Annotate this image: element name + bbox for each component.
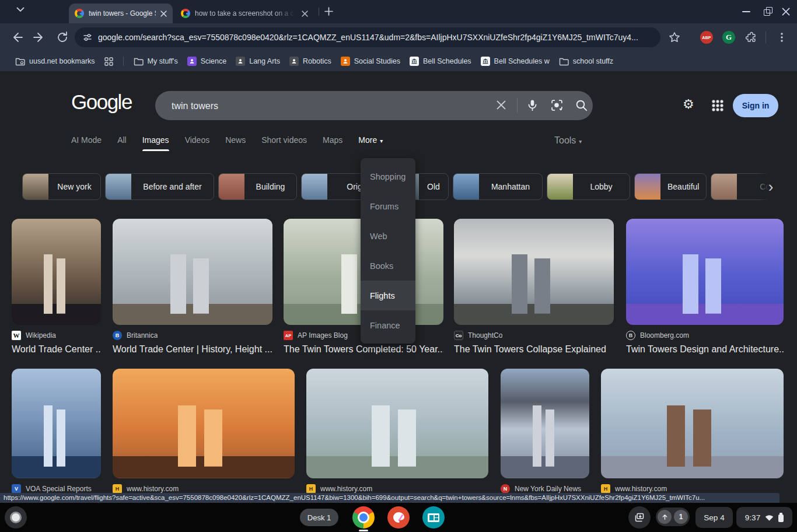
result-title[interactable]: World Trade Center ... <box>12 344 101 355</box>
extensions-puzzle-icon[interactable] <box>746 32 757 43</box>
search-icon[interactable] <box>575 99 588 111</box>
chip-before-and-after[interactable]: Before and after <box>105 173 214 200</box>
adblock-plus-extension-icon[interactable]: ABP <box>700 31 713 44</box>
clear-search-icon[interactable] <box>496 100 506 110</box>
result-thumbnail[interactable] <box>601 369 784 478</box>
back-icon[interactable] <box>11 31 23 44</box>
tab-news[interactable]: News <box>225 135 246 151</box>
date-button[interactable]: Sep 4 <box>695 507 733 528</box>
reload-icon[interactable] <box>56 31 69 44</box>
bookmark-managed-folder[interactable]: uusd.net bookmarks <box>11 55 100 68</box>
tab-search-chevron-icon[interactable] <box>16 7 25 12</box>
result-thumbnail[interactable] <box>113 219 272 325</box>
notification-tray[interactable]: 1 <box>656 508 690 526</box>
chrome-app-icon[interactable] <box>352 506 375 528</box>
chip-beautiful[interactable]: Beautiful <box>634 173 707 200</box>
tab-short-videos[interactable]: Short videos <box>261 135 307 151</box>
launcher-button[interactable] <box>5 506 27 528</box>
bookmark-item[interactable]: Lang Arts <box>231 55 285 68</box>
chip-manhattan[interactable]: Manhattan <box>453 173 543 200</box>
bookmark-star-icon[interactable] <box>669 32 680 43</box>
result-thumbnail[interactable] <box>12 369 101 478</box>
image-result: Hwww.history.com <box>113 369 295 494</box>
result-source[interactable]: www.history.com <box>320 485 372 493</box>
result-thumbnail[interactable] <box>626 219 784 325</box>
menu-item-forums[interactable]: Forums <box>361 191 415 221</box>
menu-item-finance[interactable]: Finance <box>361 310 415 340</box>
search-input[interactable] <box>170 91 488 121</box>
quick-settings-gear-icon[interactable]: ⚙ <box>683 98 694 111</box>
window-minimize-icon[interactable] <box>742 11 750 12</box>
result-thumbnail[interactable] <box>306 369 488 478</box>
tab-ai-mode[interactable]: AI Mode <box>71 135 102 151</box>
omnibox[interactable]: google.com/search?sca_esv=7550878c098e04… <box>75 27 660 47</box>
bookmark-item[interactable]: Bell Schedules <box>405 55 476 68</box>
tab-close-icon[interactable] <box>160 10 167 17</box>
result-source[interactable]: VOA Special Reports <box>26 485 92 493</box>
new-tab-button[interactable] <box>324 7 333 16</box>
tab-images[interactable]: Images <box>142 135 169 151</box>
bookmark-label: My stuff's <box>148 57 178 65</box>
bookmark-item[interactable]: Social Studies <box>336 55 405 68</box>
bookmark-folder[interactable]: My stuff's <box>129 55 183 68</box>
bookmark-apps-grid[interactable] <box>100 55 118 68</box>
screen-capture-tray-icon[interactable] <box>628 506 651 528</box>
bookmark-item[interactable]: Robotics <box>285 55 336 68</box>
result-source[interactable]: Wikipedia <box>26 331 56 340</box>
tab-active[interactable]: twin towers - Google Search <box>69 4 173 23</box>
result-source[interactable]: ThoughtCo <box>468 331 502 340</box>
menu-item-web[interactable]: Web <box>361 221 415 251</box>
status-tray[interactable]: 9:37 <box>736 507 792 528</box>
result-source[interactable]: Britannica <box>127 331 158 340</box>
screen: twin towers - Google Search how to take … <box>0 0 797 532</box>
chip-new-york[interactable]: New york <box>22 173 101 200</box>
canvas-app-icon[interactable] <box>387 506 410 528</box>
result-source[interactable]: www.history.com <box>127 485 179 493</box>
tab-maps[interactable]: Maps <box>323 135 342 151</box>
screencast-app-icon[interactable] <box>422 506 445 528</box>
chips-scroll-right-chevron-icon[interactable]: › <box>756 173 785 200</box>
google-logo[interactable]: Google <box>71 90 132 114</box>
result-thumbnail[interactable] <box>454 219 614 325</box>
tab-close-icon[interactable] <box>302 10 308 17</box>
google-apps-grid-icon[interactable] <box>712 100 723 111</box>
result-title[interactable]: The Twin Towers Collapse Explained <box>454 344 614 355</box>
result-source[interactable]: Bloomberg.com <box>640 331 689 340</box>
site-settings-tune-icon[interactable] <box>83 33 92 42</box>
forward-icon[interactable] <box>33 31 46 44</box>
google-lens-icon[interactable] <box>551 99 563 111</box>
url-text[interactable]: google.com/search?sca_esv=7550878c098e04… <box>98 33 638 42</box>
menu-item-books[interactable]: Books <box>361 251 415 281</box>
bookmark-item[interactable]: Science <box>183 55 231 68</box>
bookmark-item[interactable]: Bell Schedules w <box>476 55 554 68</box>
tools-button[interactable]: Tools▾ <box>554 135 582 152</box>
menu-item-shopping[interactable]: Shopping <box>361 162 415 191</box>
chip-building[interactable]: Building <box>218 173 297 200</box>
image-result: BBritannica World Trade Center | History… <box>113 219 272 355</box>
tab-more[interactable]: More▾ <box>358 135 383 151</box>
search-box[interactable] <box>155 91 593 120</box>
chip-lobby[interactable]: Lobby <box>547 173 630 200</box>
window-restore-icon[interactable] <box>764 9 770 16</box>
result-source[interactable]: AP Images Blog <box>298 331 348 340</box>
browser-menu-kebab-icon[interactable] <box>776 32 788 43</box>
bookmark-folder[interactable]: school stuffz <box>554 55 618 68</box>
chevron-down-icon: ▾ <box>380 138 383 144</box>
result-thumbnail[interactable] <box>12 219 101 325</box>
tab-videos[interactable]: Videos <box>185 135 210 151</box>
result-thumbnail[interactable] <box>501 369 589 478</box>
result-source[interactable]: New York Daily News <box>515 485 581 493</box>
tab-inactive[interactable]: how to take a screenshot on a c <box>175 4 314 23</box>
result-title[interactable]: Twin Towers Design and Architecture... <box>626 344 784 355</box>
result-thumbnail[interactable] <box>113 369 295 478</box>
result-source[interactable]: www.history.com <box>615 485 667 493</box>
window-close-icon[interactable] <box>782 8 790 16</box>
voice-search-mic-icon[interactable] <box>526 99 539 111</box>
desk-button[interactable]: Desk 1 <box>300 509 338 526</box>
grammarly-extension-icon[interactable]: G <box>722 31 735 44</box>
tab-all[interactable]: All <box>117 135 127 151</box>
menu-item-flights[interactable]: Flights <box>361 281 415 310</box>
result-title[interactable]: World Trade Center | History, Height ... <box>113 344 272 355</box>
sign-in-button[interactable]: Sign in <box>733 94 778 117</box>
result-title[interactable]: The Twin Towers Completed: 50 Year... <box>284 344 443 355</box>
